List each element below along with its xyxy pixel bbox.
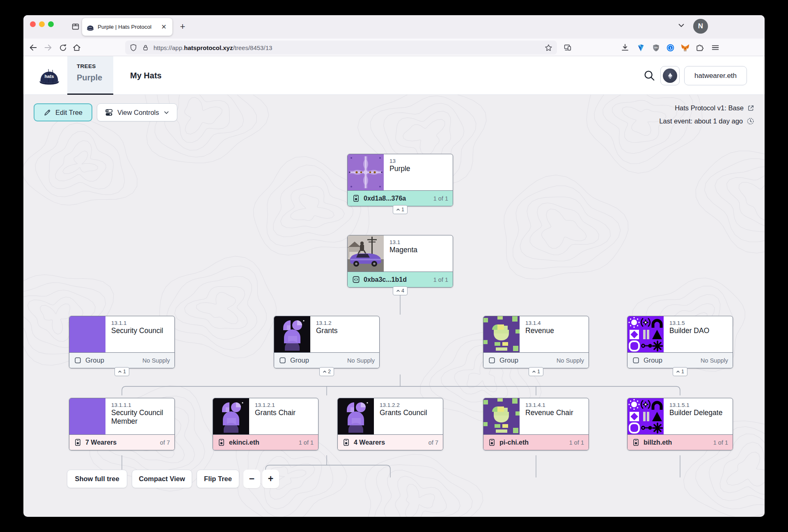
browser-toolbar: https://app.hatsprotocol.xyz/trees/8453/… xyxy=(23,39,765,56)
hat-name: Magenta xyxy=(389,246,417,254)
account-button[interactable]: hatwearer.eth xyxy=(684,66,747,85)
hat-id: 13.1.5.1 xyxy=(669,402,722,408)
hat-name: Security Council xyxy=(111,327,163,335)
chevron-up-icon xyxy=(118,370,122,374)
hat-image-grants-face xyxy=(213,398,249,434)
onepassword-extension-icon[interactable]: 1 xyxy=(664,41,677,54)
hat-image-grants-face xyxy=(274,316,310,352)
hat-footer: 0xd1a8...376a 1 of 1 xyxy=(348,190,453,206)
browser-tab-active[interactable]: hats Purple | Hats Protocol ✕ xyxy=(82,18,172,36)
tracking-shield-icon[interactable] xyxy=(129,43,137,52)
hat-node-revenue[interactable]: 13.1.4 Revenue Group No Supply 1 xyxy=(483,316,589,368)
fullscreen-window-button[interactable] xyxy=(48,21,54,27)
blue-v-extension-icon[interactable] xyxy=(634,41,647,54)
url-bar[interactable]: https://app.hatsprotocol.xyz/trees/8453/… xyxy=(125,41,557,55)
network-button[interactable] xyxy=(660,66,680,85)
new-tab-button[interactable]: + xyxy=(176,20,189,33)
collapse-children-button[interactable]: 2 xyxy=(319,367,334,376)
edit-tree-button[interactable]: Edit Tree xyxy=(34,103,92,121)
extensions-puzzle-icon[interactable] xyxy=(694,41,707,54)
checkbox-icon xyxy=(488,356,496,364)
hat-node-grants-council[interactable]: 13.1.2.2 Grants Council 4 Wearers of 7 xyxy=(337,398,443,450)
collapse-children-button[interactable]: 1 xyxy=(115,367,129,376)
hat-name: Grants Council xyxy=(380,409,427,417)
show-full-tree-button[interactable]: Show full tree xyxy=(67,470,127,488)
hat-image-grants-face xyxy=(338,398,374,434)
pencil-icon xyxy=(44,109,51,116)
hat-name: Security Council Member xyxy=(111,409,172,426)
hat-node-magenta[interactable]: 13.1 Magenta 0xba3c...1b1d 1 of 1 4 xyxy=(347,235,453,288)
checkbox-icon xyxy=(632,356,640,364)
close-tab-icon[interactable]: ✕ xyxy=(160,23,168,31)
forward-button[interactable] xyxy=(41,41,55,54)
collapse-children-button[interactable]: 1 xyxy=(393,205,408,214)
chevron-up-icon xyxy=(323,370,327,374)
search-icon[interactable] xyxy=(641,68,657,83)
flip-tree-button[interactable]: Flip Tree xyxy=(197,470,239,488)
id-card-icon xyxy=(342,438,350,446)
hats-favicon: hats xyxy=(86,23,94,31)
protocol-version-label: Hats Protocol v1: Base xyxy=(675,104,744,112)
id-card-icon xyxy=(74,438,82,446)
hat-node-builder-dao[interactable]: 13.1.5 Builder DAO Group No Supply 1 xyxy=(627,316,733,368)
contract-icon xyxy=(352,276,360,283)
menu-hamburger-icon[interactable] xyxy=(709,41,722,54)
tab-list-chevron-icon[interactable] xyxy=(677,21,686,30)
hat-id: 13.1 xyxy=(389,239,417,245)
checkbox-icon xyxy=(279,356,286,364)
hat-id: 13 xyxy=(389,158,410,164)
browser-profile-avatar[interactable]: N xyxy=(693,19,708,34)
screenshot-tool-icon[interactable] xyxy=(561,41,574,54)
hat-image-solid-purple xyxy=(69,398,105,434)
tab-my-hats[interactable]: My Hats xyxy=(130,56,162,95)
hat-name: Builder DAO xyxy=(669,327,709,335)
collapse-children-button[interactable]: 1 xyxy=(673,367,687,376)
back-button[interactable] xyxy=(27,41,40,54)
external-link-icon[interactable] xyxy=(747,105,754,112)
downloads-icon[interactable] xyxy=(618,41,632,54)
hat-image-magenta-photo xyxy=(348,235,384,272)
hat-node-revenue-chair[interactable]: 13.1.4.1 Revenue Chair pi-chi.eth 1 of 1 xyxy=(483,398,589,450)
svg-text:UO: UO xyxy=(654,46,658,48)
hat-node-grants-chair[interactable]: 13.1.2.1 Grants Chair ekinci.eth 1 of 1 xyxy=(213,398,318,450)
toggles-icon xyxy=(105,108,113,117)
browser-window: hats Purple | Hats Protocol ✕ + N https:… xyxy=(23,15,765,517)
svg-text:hats: hats xyxy=(45,74,54,79)
minimize-window-button[interactable] xyxy=(39,21,45,27)
hat-node-purple[interactable]: 13 Purple 0xd1a8...376a 1 of 1 1 xyxy=(347,154,453,206)
trees-label: TREES xyxy=(77,63,113,69)
hat-node-grants[interactable]: 13.1.2 Grants Group No Supply 2 xyxy=(274,316,380,368)
hat-image-builder-glyphs xyxy=(628,316,664,352)
hat-footer: pi-chi.eth 1 of 1 xyxy=(483,434,589,450)
zoom-out-button[interactable]: − xyxy=(243,470,260,488)
lock-icon[interactable] xyxy=(142,44,149,52)
chevron-up-icon xyxy=(676,370,680,374)
hat-image-revenue-creature xyxy=(483,398,520,434)
close-window-button[interactable] xyxy=(30,21,36,27)
hats-logo[interactable]: hats xyxy=(36,58,63,92)
list-tabs-icon[interactable] xyxy=(68,19,83,34)
id-card-icon xyxy=(352,194,360,202)
compact-view-button[interactable]: Compact View xyxy=(132,470,192,488)
tab-trees-active[interactable]: TREES Purple xyxy=(67,56,113,95)
hat-node-security-council[interactable]: 13.1.1 Security Council Group No Supply … xyxy=(69,316,175,368)
metamask-extension-icon[interactable] xyxy=(678,41,692,54)
collapse-children-button[interactable]: 4 xyxy=(393,286,408,295)
hat-footer: 0xba3c...1b1d 1 of 1 xyxy=(348,272,453,287)
hat-node-builder-delegate[interactable]: 13.1.5.1 Builder Delegate billzh.eth 1 o… xyxy=(627,398,733,450)
zoom-in-button[interactable]: + xyxy=(262,470,279,488)
clock-icon[interactable] xyxy=(747,117,754,125)
hat-node-security-council-member[interactable]: 13.1.1.1 Security Council Member 7 Weare… xyxy=(69,398,175,450)
hat-image-builder-glyphs xyxy=(628,398,664,434)
browser-tab-bar: hats Purple | Hats Protocol ✕ + N xyxy=(23,15,765,39)
hat-id: 13.1.1 xyxy=(111,320,163,326)
home-button[interactable] xyxy=(70,41,83,54)
shield-extension-icon[interactable]: UO xyxy=(649,41,662,54)
view-controls-button[interactable]: View Controls xyxy=(97,103,177,121)
hat-name: Grants Chair xyxy=(255,409,296,417)
bookmark-star-icon[interactable] xyxy=(544,43,553,52)
collapse-children-button[interactable]: 1 xyxy=(529,367,543,376)
svg-text:hats: hats xyxy=(89,26,92,28)
reload-button[interactable] xyxy=(56,41,69,54)
hat-name: Revenue xyxy=(525,327,554,335)
